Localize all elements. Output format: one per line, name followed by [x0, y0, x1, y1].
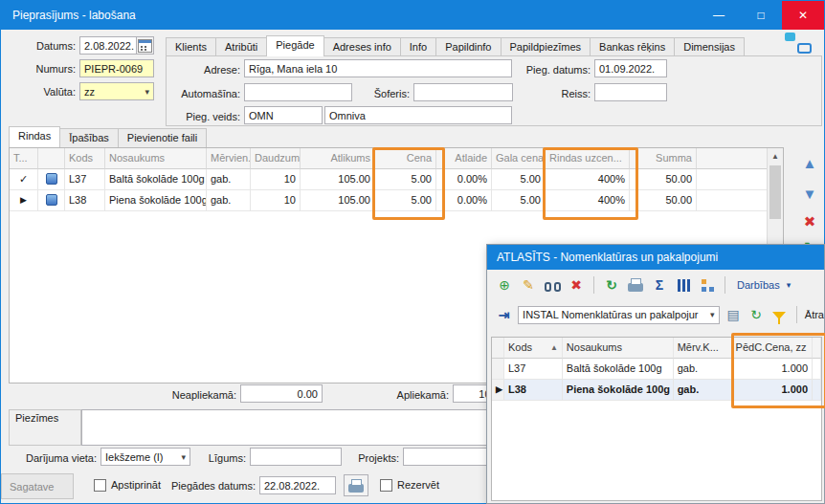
- col-mervieniba[interactable]: Mērvien...: [207, 148, 251, 169]
- tree-glyph: [701, 279, 715, 292]
- calendar-icon: [138, 39, 152, 53]
- apstiprinat-checkbox[interactable]: [94, 479, 106, 492]
- popup-titlebar[interactable]: ATLASĪTS - Nomenklatūras un pakalpojumi: [487, 245, 824, 270]
- rows-tab-strip: Rindas Īpašības Pievienotie faili: [9, 126, 206, 147]
- tab-pievienotie-faili[interactable]: Pievienotie faili: [118, 128, 207, 147]
- refresh-icon[interactable]: ↻: [602, 275, 621, 295]
- row-selector: ▶: [492, 380, 504, 401]
- adrese-label: Adrese:: [145, 61, 240, 79]
- neapliekama-field[interactable]: 0.00: [240, 384, 323, 403]
- move-down-button[interactable]: ▼: [799, 183, 820, 204]
- find-icon[interactable]: [543, 275, 562, 295]
- refresh-small-icon[interactable]: ↻: [747, 305, 766, 324]
- automasina-field[interactable]: [244, 83, 352, 101]
- tab-papildinfo[interactable]: Papildinfo: [435, 37, 501, 56]
- col-nosaukums[interactable]: Nosaukums: [105, 148, 207, 169]
- valuta-select[interactable]: zz ▾: [79, 82, 154, 100]
- sum-export-icon[interactable]: Σ: [650, 275, 669, 295]
- col-nosaukums-label: Nosaukums: [567, 338, 622, 358]
- soferis-field[interactable]: [413, 83, 513, 101]
- col-icon[interactable]: [38, 148, 65, 169]
- tab-piegade[interactable]: Piegāde: [266, 35, 323, 56]
- move-up-button[interactable]: ▲: [799, 152, 820, 173]
- close-button[interactable]: ✕: [782, 1, 824, 30]
- popup-filter-bar: ⇥ INSTAL Nomenklatūras un pakalpojur ▾ ▤…: [487, 302, 824, 327]
- tab-klients[interactable]: Klients: [166, 37, 216, 56]
- col-kods[interactable]: Kods: [65, 148, 105, 169]
- row-icon-cell: [38, 190, 65, 211]
- col-merv[interactable]: Mērv.K...: [674, 338, 732, 359]
- status-badge[interactable]: Sagatave: [1, 473, 74, 499]
- tab-info[interactable]: Info: [400, 37, 436, 56]
- adrese-field[interactable]: Rīga, Mana iela 10: [244, 59, 512, 77]
- popup-table-row[interactable]: L37 Baltā šokolāde 100g gab. 1.000: [492, 359, 821, 380]
- darbibas-menu[interactable]: Darbības ▾: [733, 277, 794, 293]
- filter-dropdown[interactable]: INSTAL Nomenklatūras un pakalpojur ▾: [518, 306, 719, 324]
- delete-row-button[interactable]: ✖: [799, 211, 820, 232]
- col-summa[interactable]: Summa: [630, 148, 697, 169]
- col-t[interactable]: T...: [10, 148, 38, 169]
- tab-papildpiezimes[interactable]: Papildpiezīmes: [501, 37, 591, 56]
- table-row[interactable]: ▶ L38 Piena šokolāde 100g gab. 10 105.00…: [10, 190, 768, 211]
- atra-button[interactable]: Ātra: [805, 309, 824, 320]
- col-kods[interactable]: Kods ▲: [504, 338, 563, 359]
- printer-icon: [348, 484, 364, 493]
- soferis-label: Šoferis:: [355, 85, 410, 103]
- print-icon[interactable]: [626, 275, 645, 295]
- popup-table: Kods ▲ Nosaukums Mērv.K... PēdC.Cena, zz…: [491, 337, 822, 501]
- numurs-field[interactable]: PIEPR-0069: [79, 59, 154, 77]
- rezervet-checkbox[interactable]: [380, 479, 392, 492]
- tab-bankas-rekins[interactable]: Bankas rēķins: [590, 37, 675, 56]
- datums-field[interactable]: 2.08.2022.: [79, 36, 137, 55]
- tab-atributi[interactable]: Atribūti: [215, 37, 267, 56]
- print-button[interactable]: [344, 474, 368, 496]
- maximize-button[interactable]: □: [740, 1, 782, 30]
- automasina-label: Automašīna:: [145, 85, 240, 103]
- col-cena[interactable]: Cena: [375, 148, 436, 169]
- insert-icon[interactable]: ⇥: [495, 305, 513, 324]
- edit-icon[interactable]: ✎: [519, 275, 538, 295]
- col-daudzums[interactable]: Daudzums: [251, 148, 301, 169]
- new-icon[interactable]: ⊕: [495, 275, 514, 295]
- col-gala-cena[interactable]: Gala cena: [492, 148, 546, 169]
- calendar-button[interactable]: [136, 36, 154, 55]
- piegades-datums-label: Piegādes datums:: [171, 477, 254, 495]
- columns-icon[interactable]: [674, 275, 693, 295]
- delete-icon[interactable]: ✖: [567, 275, 586, 295]
- table-row[interactable]: ✓ L37 Baltā šokolāde 100g gab. 10 105.00…: [10, 169, 768, 190]
- col-atlaide[interactable]: Atlaide: [436, 148, 492, 169]
- darijuma-vieta-select[interactable]: Iekšzeme (I) ▾: [100, 448, 190, 466]
- titlebar[interactable]: Pieprasījums - labošana — □ ✕: [1, 1, 824, 30]
- scroll-up-icon[interactable]: ▲: [768, 148, 783, 164]
- arrow-up-icon: ▲: [803, 155, 817, 171]
- projekts-field[interactable]: [403, 448, 495, 466]
- tab-dimensijas[interactable]: Dimensijas: [674, 37, 745, 56]
- tab-adreses-info[interactable]: Adreses info: [323, 37, 401, 56]
- col-rindas-uzcenojums[interactable]: Rindas uzcen...: [546, 148, 630, 169]
- tree-view-icon[interactable]: [698, 275, 717, 295]
- arrow-down-icon: ▼: [803, 186, 817, 202]
- tab-ipasibas[interactable]: Īpašības: [59, 128, 119, 147]
- col-nosaukums[interactable]: Nosaukums: [563, 338, 674, 359]
- tab-rindas[interactable]: Rindas: [9, 126, 60, 147]
- table-header-row: T... Kods Nosaukums Mērvien... Daudzums …: [10, 148, 768, 169]
- sort-asc-icon: ▲: [550, 338, 558, 358]
- funnel-glyph: [772, 312, 786, 319]
- pieg-veids-label: Pieg. veids:: [145, 108, 240, 126]
- item-icon: [46, 194, 57, 206]
- pieg-datums-field[interactable]: 01.09.2022.: [594, 59, 667, 77]
- scrollbar-thumb[interactable]: [769, 165, 781, 219]
- valuta-label: Valūta:: [18, 83, 76, 101]
- piegades-datums-field[interactable]: 22.08.2022.: [259, 476, 336, 494]
- minimize-button[interactable]: —: [698, 1, 740, 30]
- list-icon[interactable]: ▤: [725, 305, 743, 324]
- pieg-veids-code-field[interactable]: OMN: [244, 106, 323, 124]
- reiss-field[interactable]: [594, 83, 667, 101]
- col-pedc-cena[interactable]: PēdC.Cena, zz: [732, 338, 813, 359]
- ligums-field[interactable]: [250, 448, 342, 466]
- popup-table-row-selected[interactable]: ▶ L38 Piena šokolāde 100g gab. 1.000: [492, 380, 821, 401]
- col-atlikums[interactable]: Atlikums: [301, 148, 375, 169]
- pieg-veids-name-field[interactable]: Omniva: [324, 106, 512, 124]
- datums-label: Datums:: [18, 37, 76, 55]
- filter-icon[interactable]: [770, 305, 789, 324]
